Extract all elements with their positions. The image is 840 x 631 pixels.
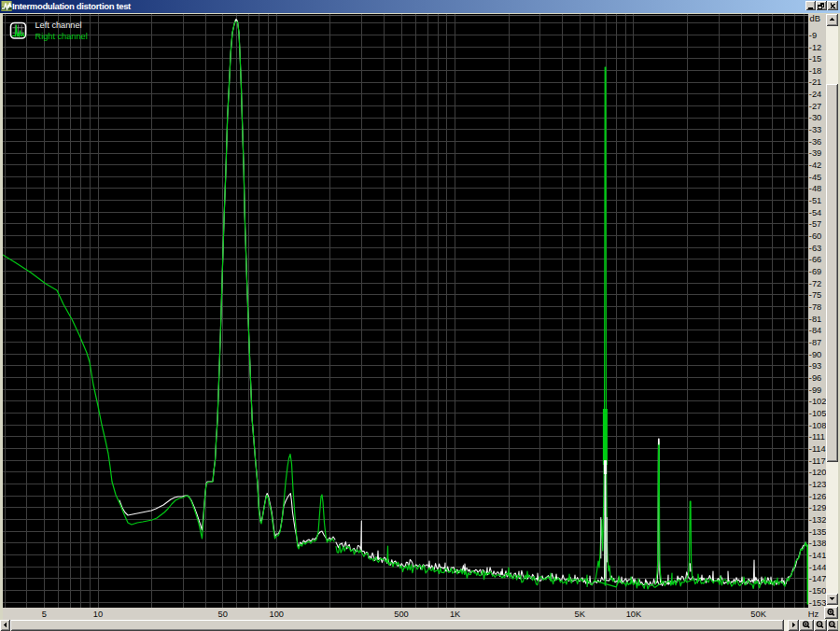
svg-text:-135: -135 [809, 527, 827, 537]
svg-text:5K: 5K [575, 610, 586, 619]
svg-text:-81: -81 [809, 315, 821, 324]
svg-text:-9: -9 [809, 31, 817, 40]
svg-text:-105: -105 [809, 409, 827, 418]
svg-text:-90: -90 [809, 350, 821, 359]
svg-text:-123: -123 [809, 480, 827, 489]
svg-text:-147: -147 [809, 574, 827, 583]
svg-text:-78: -78 [809, 302, 821, 312]
svg-text:-21: -21 [809, 77, 821, 87]
svg-text:-72: -72 [809, 279, 821, 288]
svg-text:-63: -63 [809, 244, 821, 253]
svg-text:-24: -24 [809, 90, 821, 99]
svg-text:-39: -39 [809, 148, 821, 158]
svg-text:50K: 50K [750, 610, 766, 619]
svg-text:-57: -57 [809, 219, 821, 229]
svg-text:-30: -30 [809, 113, 821, 122]
svg-text:-117: -117 [809, 456, 826, 466]
svg-text:-60: -60 [809, 231, 821, 241]
svg-text:Hz: Hz [808, 610, 819, 619]
svg-text:-150: -150 [809, 586, 827, 596]
svg-text:-132: -132 [809, 515, 827, 525]
svg-text:-153: -153 [809, 598, 827, 608]
svg-text:Right channel: Right channel [35, 32, 88, 41]
svg-text:-144: -144 [809, 563, 827, 572]
svg-text:-99: -99 [809, 386, 821, 395]
svg-text:-27: -27 [809, 102, 821, 111]
svg-text:-114: -114 [809, 444, 826, 454]
svg-text:-42: -42 [809, 161, 821, 170]
svg-text:5: 5 [42, 610, 47, 619]
svg-text:-87: -87 [809, 338, 821, 347]
svg-text:500: 500 [394, 610, 409, 619]
svg-text:-12: -12 [809, 43, 821, 52]
svg-text:-129: -129 [809, 503, 827, 512]
svg-text:dB: dB [810, 14, 820, 23]
svg-text:1K: 1K [450, 610, 461, 619]
svg-text:-138: -138 [809, 539, 827, 548]
svg-text:-18: -18 [809, 66, 821, 76]
svg-text:-108: -108 [809, 421, 827, 430]
svg-text:-51: -51 [809, 196, 821, 205]
svg-text:-33: -33 [809, 125, 821, 134]
svg-text:50: 50 [218, 610, 228, 619]
svg-text:-93: -93 [809, 361, 821, 371]
svg-text:-48: -48 [809, 184, 821, 193]
svg-text:10K: 10K [626, 610, 642, 619]
svg-text:-15: -15 [809, 54, 821, 63]
svg-text:-69: -69 [809, 267, 821, 276]
svg-text:-75: -75 [809, 290, 821, 300]
svg-text:-111: -111 [809, 432, 825, 442]
svg-text:Left channel: Left channel [35, 21, 82, 30]
svg-text:-36: -36 [809, 137, 821, 147]
svg-text:-126: -126 [809, 492, 827, 501]
svg-text:-96: -96 [809, 373, 821, 383]
svg-text:Intermodulation distortion tes: Intermodulation distortion test [12, 1, 132, 11]
svg-text:-45: -45 [809, 173, 821, 182]
svg-text:-120: -120 [809, 468, 827, 477]
svg-text:10: 10 [93, 610, 103, 619]
svg-text:-66: -66 [809, 255, 821, 264]
svg-text:100: 100 [270, 610, 285, 619]
svg-text:-84: -84 [809, 326, 821, 335]
svg-text:-141: -141 [809, 551, 827, 560]
svg-text:-102: -102 [809, 397, 827, 406]
svg-text:-54: -54 [809, 208, 821, 217]
